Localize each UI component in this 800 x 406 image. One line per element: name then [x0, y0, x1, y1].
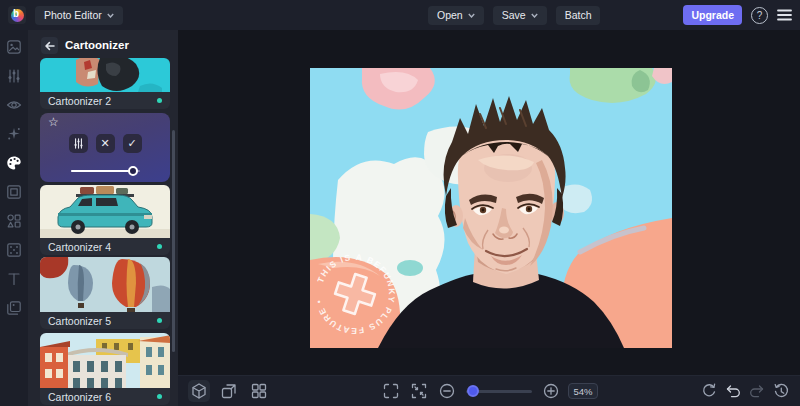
cartoonized-portrait: THIS IS A BEFUNKY PLUS FEATURE • — [310, 68, 672, 348]
tool-adjust[interactable] — [2, 65, 26, 87]
shapes-icon — [6, 213, 22, 229]
cube-icon — [190, 382, 208, 400]
slider-handle[interactable] — [128, 166, 138, 176]
tool-graphics[interactable] — [2, 210, 26, 232]
undo-button[interactable] — [722, 380, 744, 402]
cartoonizer-4-card[interactable]: Cartoonizer 4 — [40, 185, 170, 255]
fit-screen-icon — [410, 382, 428, 400]
befunky-logo[interactable]: b — [8, 6, 26, 24]
apply-effect-button[interactable]: ✓ — [123, 134, 142, 153]
topbar-center-group: Open Save Batch — [428, 0, 600, 30]
cartoonizer-6-card[interactable]: Cartoonizer 6 — [40, 333, 170, 405]
card-label: Cartoonizer 6 — [48, 391, 111, 403]
tool-photo[interactable] — [2, 36, 26, 58]
tool-rail — [0, 30, 28, 406]
zoom-out-button[interactable] — [436, 380, 458, 402]
sparkles-icon — [6, 126, 22, 142]
tool-touchup[interactable] — [2, 94, 26, 116]
card-label: Cartoonizer 2 — [48, 95, 111, 107]
fullscreen-button[interactable] — [380, 380, 402, 402]
premium-dot-badge — [157, 318, 162, 323]
text-icon — [6, 271, 22, 287]
bottom-toolbar: 54% — [178, 375, 800, 406]
photo-icon — [6, 39, 22, 55]
save-button[interactable]: Save — [493, 6, 547, 25]
cancel-effect-button[interactable]: ✕ — [96, 134, 115, 153]
premium-dot-badge — [157, 244, 162, 249]
card-label-row: Cartoonizer 2 — [40, 92, 170, 109]
fit-to-screen-button[interactable] — [408, 380, 430, 402]
panel-scrollbar[interactable] — [172, 130, 175, 352]
history-button[interactable] — [770, 380, 792, 402]
hamburger-icon — [777, 9, 792, 21]
redo-button[interactable] — [746, 380, 768, 402]
undo-icon — [724, 382, 742, 400]
tool-effects[interactable] — [2, 123, 26, 145]
back-button[interactable] — [41, 37, 58, 54]
panel-title: Cartoonizer — [65, 39, 129, 51]
batch-label: Batch — [565, 9, 592, 21]
tool-artsy-cartoonizer[interactable] — [2, 152, 26, 174]
zoom-level-badge[interactable]: 54% — [568, 383, 598, 399]
zoom-slider-handle[interactable] — [467, 385, 479, 397]
tool-overlays[interactable] — [2, 297, 26, 319]
chevron-down-icon — [468, 13, 475, 18]
texture-icon — [6, 242, 22, 258]
cartoonizer-5-card[interactable]: Cartoonizer 5 — [40, 257, 170, 329]
topbar-right-group: Upgrade ? — [683, 0, 792, 30]
adjust-sliders-icon — [6, 68, 22, 84]
close-icon: ✕ — [100, 137, 109, 150]
save-label: Save — [502, 9, 526, 21]
batch-button[interactable]: Batch — [556, 6, 601, 25]
check-icon: ✓ — [127, 137, 136, 150]
card-label: Cartoonizer 4 — [48, 241, 111, 253]
palette-icon — [6, 155, 22, 171]
cartoonizer-selected-card[interactable]: ☆ ✕ ✓ — [40, 113, 170, 182]
reset-photo-button[interactable] — [698, 380, 720, 402]
favorite-star-icon[interactable]: ☆ — [48, 115, 59, 129]
zoom-controls: 54% — [380, 380, 598, 402]
cartoonizer-4-thumbnail — [40, 185, 170, 238]
resize-icon — [220, 382, 238, 400]
app-menu-button[interactable]: Photo Editor — [35, 6, 123, 25]
3d-view-button[interactable] — [188, 380, 210, 402]
help-button[interactable]: ? — [751, 7, 768, 24]
rotate-arrow-icon — [700, 382, 718, 400]
canvas-image[interactable]: THIS IS A BEFUNKY PLUS FEATURE • — [310, 68, 672, 348]
cartoonizer-6-thumbnail — [40, 333, 170, 388]
grid-icon — [250, 382, 268, 400]
history-clock-icon — [772, 382, 790, 400]
resize-button[interactable] — [218, 380, 240, 402]
effect-settings-button[interactable] — [69, 134, 88, 153]
premium-dot-badge — [157, 98, 162, 103]
slider-fill — [71, 170, 133, 172]
card-label-row: Cartoonizer 5 — [40, 312, 170, 329]
open-button[interactable]: Open — [428, 6, 484, 25]
fullscreen-brackets-icon — [382, 382, 400, 400]
zoom-in-button[interactable] — [540, 380, 562, 402]
card-label-row: Cartoonizer 6 — [40, 388, 170, 405]
cartoonizer-2-card[interactable]: Cartoonizer 2 — [40, 58, 170, 109]
tool-textures[interactable] — [2, 239, 26, 261]
tool-frames[interactable] — [2, 181, 26, 203]
upgrade-button[interactable]: Upgrade — [683, 5, 742, 25]
workspace: THIS IS A BEFUNKY PLUS FEATURE • — [178, 30, 800, 406]
open-label: Open — [437, 9, 463, 21]
effect-intensity-slider[interactable] — [71, 166, 140, 176]
layout-grid-button[interactable] — [248, 380, 270, 402]
hamburger-menu-button[interactable] — [777, 9, 792, 21]
logo-letter: b — [13, 8, 19, 19]
app-root: b Photo Editor Open Save Batch Upgrade — [0, 0, 800, 406]
redo-icon — [748, 382, 766, 400]
cartoonizer-5-thumbnail — [40, 257, 170, 312]
back-arrow-icon — [45, 41, 55, 51]
overlay-icon — [6, 300, 22, 316]
cartoonizer-panel: Cartoonizer Cartoonizer 2 ☆ — [28, 30, 178, 406]
adjust-sliders-icon — [73, 138, 84, 149]
card-label: Cartoonizer 5 — [48, 315, 111, 327]
topbar: b Photo Editor Open Save Batch Upgrade — [0, 0, 800, 30]
bottombar-right-group — [698, 380, 792, 402]
premium-dot-badge — [157, 394, 162, 399]
zoom-slider[interactable] — [466, 384, 532, 398]
tool-text[interactable] — [2, 268, 26, 290]
